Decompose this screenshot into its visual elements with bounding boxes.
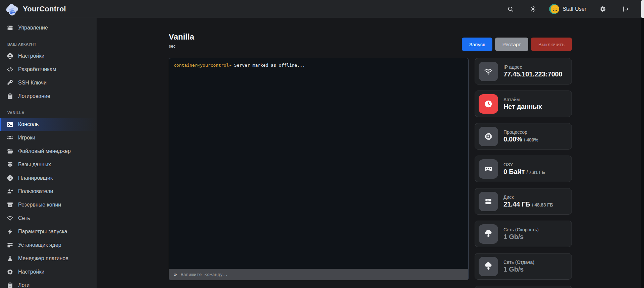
- clock-icon: [479, 94, 498, 114]
- sidebar-item-label: Управление: [18, 25, 48, 31]
- sidebar-item-label: Пользователи: [18, 188, 53, 194]
- terminal-icon: [7, 121, 13, 128]
- archive-box-icon: [7, 201, 13, 208]
- sidebar-item-developers[interactable]: Разработчикам: [0, 63, 97, 76]
- sidebar-item-databases[interactable]: Базы данных: [0, 158, 97, 171]
- wifi-icon: [479, 62, 498, 81]
- sidebar-item-ssh-keys[interactable]: SSH Ключи: [0, 76, 97, 90]
- command-input[interactable]: [181, 272, 464, 277]
- sidebar-item-players[interactable]: Игроки: [0, 131, 97, 145]
- page-title: Vanilla: [169, 32, 194, 42]
- stat-label: ОЗУ: [503, 162, 545, 167]
- clock-icon: [7, 175, 13, 181]
- sidebar-item-logs[interactable]: Логи: [0, 279, 97, 288]
- sidebar-item-label: Установщик ядер: [18, 242, 61, 248]
- sidebar-item-console[interactable]: Консоль: [0, 118, 97, 131]
- clipboard-icon: [7, 93, 13, 100]
- scrollbar-thumb[interactable]: [641, 0, 644, 18]
- bolt-icon: [7, 228, 13, 235]
- search-button[interactable]: [503, 2, 518, 16]
- sidebar-item-server-settings[interactable]: Настройки: [0, 265, 97, 279]
- sidebar-item-plugin-manager[interactable]: Менеджер плагинов: [0, 252, 97, 265]
- stat-value: 77.45.101.223:7000: [503, 70, 562, 78]
- stat-value: Нет данных: [503, 103, 542, 111]
- sidebar-item-management[interactable]: Управление: [0, 21, 97, 35]
- stat-value: 0 Байт / 7.91 ГБ: [503, 168, 545, 176]
- sidebar-item-core-installer[interactable]: Установщик ядер: [0, 238, 97, 252]
- ram-icon: [479, 159, 498, 179]
- database-icon: [7, 161, 13, 168]
- cloud-download-icon: [479, 224, 498, 244]
- sidebar-item-label: Менеджер плагинов: [18, 255, 68, 262]
- user-menu[interactable]: Staff User: [549, 4, 586, 14]
- gear-icon: [7, 269, 13, 275]
- sun-icon: [530, 6, 537, 12]
- prompt-chevron-icon: »: [174, 272, 177, 277]
- stat-label: Сеть (Отдача): [503, 260, 534, 265]
- folder-open-icon: [7, 148, 13, 155]
- sidebar-item-label: Планировщик: [18, 175, 53, 181]
- disk-icon: [479, 192, 498, 211]
- sidebar-item-network[interactable]: Сеть: [0, 212, 97, 225]
- sidebar: Управление ВАШ АККАУНТ Настройки Разрабо…: [0, 18, 97, 288]
- cpu-icon: [479, 127, 498, 146]
- page-subtitle: sec: [169, 44, 194, 49]
- stop-button[interactable]: Выключить: [531, 38, 572, 51]
- sidebar-item-file-manager[interactable]: Файловый менеджер: [0, 145, 97, 158]
- sidebar-item-label: Параметры запуска: [18, 229, 67, 235]
- stat-card-ip: IP адрес 77.45.101.223:7000: [475, 58, 572, 84]
- stat-label: Диск: [503, 194, 553, 200]
- sidebar-item-startup-params[interactable]: Параметры запуска: [0, 225, 97, 238]
- logout-icon: [622, 6, 629, 12]
- console-output[interactable]: container@yourcontrol~ Server marked as …: [169, 58, 468, 269]
- sidebar-item-scheduler[interactable]: Планировщик: [0, 171, 97, 185]
- page-scrollbar[interactable]: [641, 0, 644, 288]
- clipboard-icon: [7, 282, 13, 288]
- console-message: Server marked as offline...: [234, 63, 305, 68]
- settings-button[interactable]: [596, 2, 610, 16]
- stat-card-net-upload: Сеть (Отдача) 1 Gb/s: [475, 253, 572, 280]
- code-icon: [7, 66, 13, 73]
- stat-value: 1 Gb/s: [503, 233, 539, 241]
- restart-button[interactable]: Рестарт: [495, 38, 528, 51]
- sidebar-item-users[interactable]: Пользователи: [0, 185, 97, 198]
- console-prompt: container@yourcontrol~: [174, 63, 231, 68]
- sidebar-item-label: Базы данных: [18, 162, 51, 168]
- sidebar-item-label: Разработчикам: [18, 66, 56, 72]
- start-button[interactable]: Запуск: [462, 38, 492, 51]
- sidebar-item-account-settings[interactable]: Настройки: [0, 49, 97, 63]
- stat-value: 1 Gb/s: [503, 266, 534, 273]
- stat-card-net-download: Сеть (Скорость) 1 Gb/s: [475, 221, 572, 247]
- sidebar-item-backups[interactable]: Резервные копии: [0, 198, 97, 212]
- stat-label: Аптайм: [503, 97, 542, 102]
- key-icon: [7, 79, 13, 86]
- sidebar-item-label: Резервные копии: [18, 202, 61, 208]
- stats-column: IP адрес 77.45.101.223:7000 Аптайм Нет д…: [475, 58, 572, 288]
- theme-toggle-button[interactable]: [526, 2, 540, 16]
- sidebar-item-label: Сеть: [18, 215, 30, 221]
- user-plus-icon: [7, 188, 13, 195]
- gear-icon: [599, 6, 606, 12]
- user-circle-icon: [7, 53, 13, 59]
- brand-name: YourControl: [23, 5, 66, 13]
- console-input-bar: »: [169, 269, 468, 280]
- brand-logo-icon: [5, 2, 19, 16]
- sidebar-item-logging[interactable]: Логирование: [0, 90, 97, 103]
- stat-card-partial: [475, 286, 572, 288]
- stat-card-cpu: Процессор 0.00% / 400%: [475, 123, 572, 150]
- cloud-upload-icon: [479, 257, 498, 276]
- stat-value: 0.00% / 400%: [503, 135, 538, 143]
- console-panel: container@yourcontrol~ Server marked as …: [169, 58, 469, 280]
- wifi-icon: [7, 215, 13, 222]
- columns-icon: [7, 242, 13, 248]
- stat-card-ram: ОЗУ 0 Байт / 7.91 ГБ: [475, 156, 572, 182]
- stat-card-disk: Диск 21.44 ГБ / 48.83 ГБ: [475, 188, 572, 215]
- sidebar-item-label: Логи: [18, 282, 30, 288]
- brand: YourControl: [0, 2, 66, 16]
- avatar: [549, 4, 559, 14]
- server-icon: [7, 24, 13, 31]
- sidebar-item-label: Консоль: [18, 121, 39, 127]
- logout-button[interactable]: [619, 2, 633, 16]
- sidebar-item-label: Логирование: [18, 93, 50, 99]
- app-header: YourControl Staff User: [0, 0, 644, 18]
